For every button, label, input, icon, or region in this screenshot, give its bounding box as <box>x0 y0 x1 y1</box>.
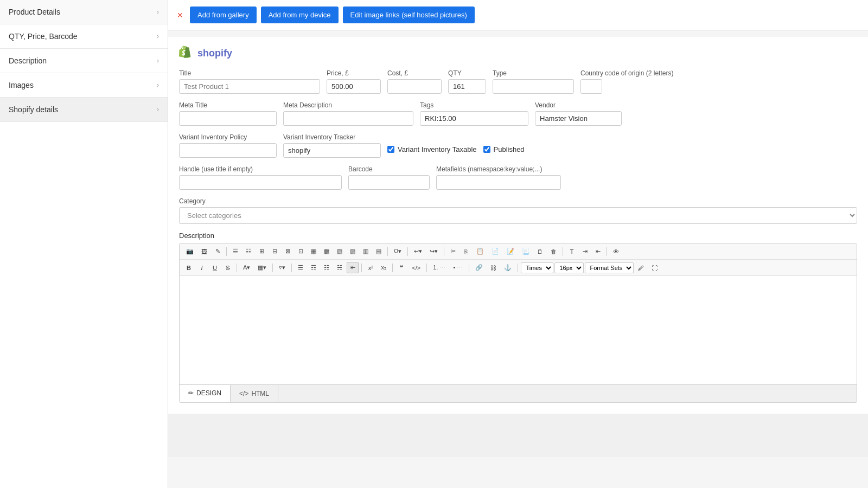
type-input[interactable] <box>493 79 574 94</box>
category-select[interactable]: Select categories <box>179 207 857 224</box>
table4-button[interactable]: ⊟ <box>269 246 280 257</box>
pre-button[interactable]: </> <box>409 262 424 273</box>
paste5-button[interactable]: 🗒 <box>534 246 546 257</box>
add-from-gallery-button[interactable]: Add from gallery <box>190 7 257 23</box>
cut-button[interactable]: ✂ <box>447 246 459 257</box>
table11-button[interactable]: ▥ <box>360 246 372 257</box>
sidebar-item-product-details[interactable]: Product Details › <box>0 0 168 24</box>
edit-button[interactable]: ✎ <box>212 246 224 257</box>
superscript-button[interactable]: x² <box>365 262 376 273</box>
description-label: Description <box>179 232 857 240</box>
close-icon[interactable]: ✕ <box>177 11 183 20</box>
subscript-button[interactable]: x₂ <box>378 262 390 273</box>
redo-button[interactable]: ↪▾ <box>426 246 441 257</box>
add-from-device-button[interactable]: Add from my device <box>261 7 339 23</box>
variant-inv-input[interactable] <box>179 143 277 158</box>
text-icon-button[interactable]: T <box>566 246 578 257</box>
align-justify-button[interactable]: ☵ <box>334 262 346 273</box>
variant-taxable-group: Variant Inventory Taxable <box>387 133 477 153</box>
metafields-input[interactable] <box>436 175 561 190</box>
barcode-input[interactable] <box>348 175 430 190</box>
paste4-button[interactable]: 📃 <box>519 246 533 257</box>
design-tab[interactable]: ✏ DESIGN <box>180 385 231 402</box>
toolbar-separator6 <box>607 247 607 256</box>
table2-button[interactable]: ☷ <box>242 246 254 257</box>
strikethrough-button[interactable]: S <box>222 262 234 273</box>
insert-image-button[interactable]: 📷 <box>183 246 197 257</box>
insert-image2-button[interactable]: 🖼 <box>198 246 210 257</box>
variant-inv-group: Variant Inventory Policy <box>179 133 277 158</box>
edit-image-links-button[interactable]: Edit image links (self hosted pictures) <box>343 7 475 23</box>
undo-button[interactable]: ↩▾ <box>411 246 425 257</box>
anchor-button[interactable]: ⚓ <box>501 262 515 273</box>
sidebar-item-qty-price-barcode[interactable]: QTY, Price, Barcode › <box>0 24 168 49</box>
special-chars-button[interactable]: Ω▾ <box>391 246 405 257</box>
sidebar-item-images[interactable]: Images › <box>0 73 168 98</box>
bold-button[interactable]: B <box>183 262 195 273</box>
link-button[interactable]: 🔗 <box>472 262 486 273</box>
font-size-select[interactable]: 16px <box>554 262 584 273</box>
table9-button[interactable]: ▧ <box>334 246 346 257</box>
tags-input[interactable] <box>420 111 528 126</box>
paste3-button[interactable]: 📝 <box>503 246 518 257</box>
variant-tracker-input[interactable] <box>283 143 381 158</box>
italic-button[interactable]: I <box>196 262 208 273</box>
price-input[interactable] <box>327 79 381 94</box>
paste2-button[interactable]: 📄 <box>488 246 502 257</box>
sidebar-item-description[interactable]: Description › <box>0 49 168 73</box>
form-row-1: Title Price, £ Cost, £ QTY Type Country … <box>179 69 857 94</box>
cost-group: Cost, £ <box>387 69 442 94</box>
images-top-bar: ✕ Add from gallery Add from my device Ed… <box>168 0 868 30</box>
table3-button[interactable]: ⊞ <box>256 246 267 257</box>
align-center-button[interactable]: ☶ <box>308 262 320 273</box>
html-tab[interactable]: </> HTML <box>231 385 278 402</box>
table12-button[interactable]: ▤ <box>373 246 385 257</box>
table-button[interactable]: ☰ <box>229 246 241 257</box>
unlink-button[interactable]: ⛓ <box>487 262 500 273</box>
unordered-list-button[interactable]: • ⋯ <box>450 262 466 273</box>
title-input[interactable] <box>179 79 320 94</box>
table6-button[interactable]: ⊡ <box>295 246 307 257</box>
sidebar-item-shopify-details[interactable]: Shopify details › <box>0 98 168 122</box>
sidebar: Product Details › QTY, Price, Barcode › … <box>0 0 168 488</box>
format-sets-select[interactable]: Format Sets <box>585 262 634 273</box>
qty-group: QTY <box>448 69 486 94</box>
highlight2-button[interactable]: ▿▾ <box>276 262 289 273</box>
table8-button[interactable]: ▩ <box>321 246 333 257</box>
source-button[interactable]: 🖉 <box>635 262 647 273</box>
toolbar-separator10 <box>361 264 362 272</box>
font-family-select[interactable]: Times <box>521 262 553 273</box>
cost-input[interactable] <box>387 79 442 94</box>
table5-button[interactable]: ⊠ <box>282 246 293 257</box>
highlight-button[interactable]: ▦▾ <box>254 262 270 273</box>
align-right-button[interactable]: ☷ <box>321 262 333 273</box>
indent-button[interactable]: ⇥ <box>579 246 591 257</box>
underline-button[interactable]: U <box>209 262 221 273</box>
paste6-button[interactable]: 🗑 <box>547 246 560 257</box>
vendor-input[interactable] <box>535 111 622 126</box>
toolbar-separator9 <box>291 264 292 272</box>
meta-desc-input[interactable] <box>283 111 413 126</box>
outdent-button[interactable]: ⇤ <box>592 246 604 257</box>
vendor-group: Vendor <box>535 101 622 126</box>
tags-label: Tags <box>420 101 528 109</box>
handle-input[interactable] <box>179 175 342 190</box>
copy-button[interactable]: ⎘ <box>460 246 472 257</box>
fullscreen-button[interactable]: ⛶ <box>648 262 661 273</box>
ordered-list-button[interactable]: 1. ⋯ <box>430 262 449 273</box>
preview-button[interactable]: 👁 <box>610 246 622 257</box>
editor-body[interactable] <box>180 276 857 384</box>
form-row-3: Variant Inventory Policy Variant Invento… <box>179 133 857 158</box>
font-color-button[interactable]: A▾ <box>240 262 253 273</box>
variant-taxable-checkbox[interactable] <box>387 146 394 153</box>
blockquote-button[interactable]: ❝ <box>395 262 407 273</box>
meta-title-input[interactable] <box>179 111 277 126</box>
paste-button[interactable]: 📋 <box>473 246 487 257</box>
align-left-button[interactable]: ☰ <box>295 262 307 273</box>
country-input[interactable] <box>580 79 602 94</box>
table10-button[interactable]: ▨ <box>347 246 359 257</box>
qty-input[interactable] <box>448 79 486 94</box>
table7-button[interactable]: ▦ <box>308 246 320 257</box>
published-checkbox[interactable] <box>483 146 490 153</box>
rtl-button[interactable]: ⇤ <box>347 262 359 273</box>
